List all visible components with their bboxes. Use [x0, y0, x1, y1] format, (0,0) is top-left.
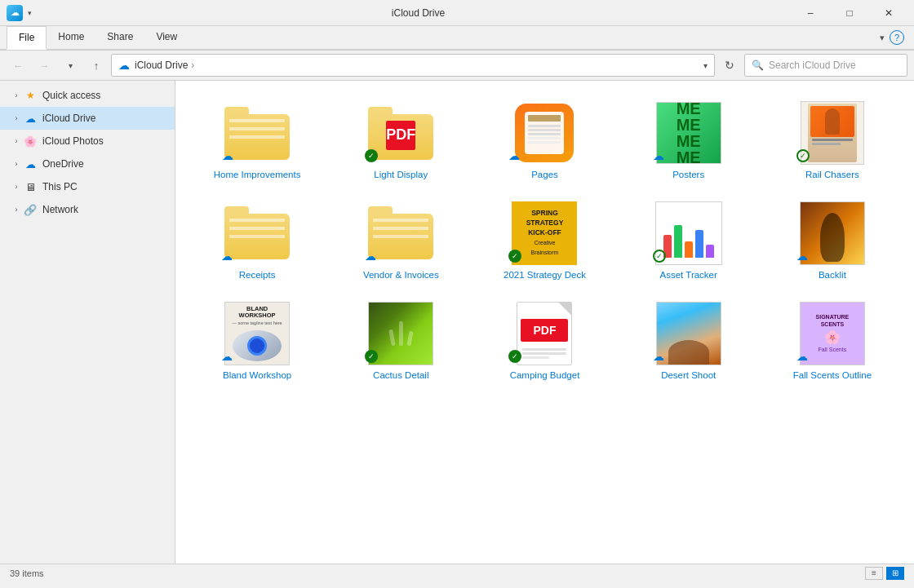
- file-grid: ☁ Home Improvements PDF: [189, 94, 901, 401]
- file-item-asset-tracker[interactable]: ✓ Asset Tracker: [620, 194, 757, 288]
- sidebar-item-icloud-drive[interactable]: › ☁ iCloud Drive: [0, 107, 175, 130]
- sidebar-label-onedrive: OneDrive: [42, 158, 84, 170]
- person-shadow: [820, 213, 845, 262]
- file-label-fall-scents: Fall Scents Outline: [793, 369, 872, 382]
- file-label-posters: Posters: [672, 169, 704, 181]
- file-item-vendor-invoices[interactable]: ☁ Vendor & Invoices: [332, 194, 469, 288]
- tab-home[interactable]: Home: [47, 26, 95, 50]
- sidebar-item-quick-access[interactable]: › ★ Quick access: [0, 84, 175, 107]
- file-thumb-receipts: ☁: [218, 201, 296, 266]
- file-thumb-strategy: SPRINGSTRATEGYKICK-OFFCreativeBrainstorm…: [505, 201, 583, 266]
- folder-line: [229, 219, 285, 222]
- poster-image: MEMEMEME: [656, 102, 721, 164]
- bland-title: BLANDWORKSHOP: [228, 306, 286, 320]
- desert-image: [656, 302, 721, 365]
- search-icon: 🔍: [752, 60, 764, 71]
- sidebar-item-this-pc[interactable]: › 🖥 This PC: [0, 175, 175, 198]
- file-item-posters[interactable]: MEMEMEME ☁ Posters: [620, 94, 757, 188]
- tab-file[interactable]: File: [7, 26, 47, 50]
- pdf-lines: [517, 345, 571, 362]
- folder-line: [373, 219, 428, 222]
- file-label-bland-workshop: Bland Workshop: [223, 369, 291, 382]
- file-thumb-posters: MEMEMEME ☁: [650, 100, 728, 166]
- grid-view-button[interactable]: ⊞: [886, 567, 904, 580]
- file-item-fall-scents[interactable]: SIGNATURESCENTS 🌸 Fall Scents ☁ Fall Sce…: [764, 294, 901, 388]
- sidebar-label-this-pc: This PC: [42, 181, 78, 192]
- file-item-strategy-deck[interactable]: SPRINGSTRATEGYKICK-OFFCreativeBrainstorm…: [476, 194, 613, 288]
- scents-cover: SIGNATURESCENTS 🌸 Fall Scents: [800, 302, 865, 365]
- file-item-desert-shoot[interactable]: ☁ Desert Shoot: [620, 294, 757, 388]
- file-item-pages[interactable]: ☁ Pages: [476, 94, 613, 188]
- check-green-cactus: ✓: [365, 350, 378, 363]
- pdf-line-2: [522, 352, 566, 355]
- breadcrumb-dropdown-icon[interactable]: ▾: [703, 61, 708, 70]
- strategy-image: SPRINGSTRATEGYKICK-OFFCreativeBrainstorm: [512, 201, 577, 265]
- pdf-red-badge: PDF: [521, 319, 568, 342]
- spine-3: [406, 331, 413, 347]
- folder-line: [229, 227, 285, 230]
- nav-dropdown-button[interactable]: ▾: [59, 54, 82, 77]
- sidebar-item-onedrive[interactable]: › ☁ OneDrive: [0, 153, 175, 175]
- expand-icon-pc: ›: [10, 180, 23, 193]
- icloud-drive-icon: ☁: [23, 111, 38, 126]
- folder-line: [229, 119, 285, 122]
- check-green-camping: ✓: [508, 350, 521, 363]
- ribbon-expand-icon[interactable]: ▾: [880, 33, 885, 43]
- sidebar-label-network: Network: [42, 204, 78, 215]
- sidebar-item-network[interactable]: › 🔗 Network: [0, 198, 175, 221]
- file-item-rail-chasers[interactable]: ✓ Rail Chasers: [764, 94, 901, 188]
- file-thumb-pages: ☁: [505, 100, 583, 166]
- search-placeholder: Search iCloud Drive: [769, 60, 856, 71]
- file-label-receipts: Receipts: [239, 269, 276, 281]
- rail-chasers-thumb: [801, 101, 864, 165]
- help-icon[interactable]: ?: [890, 30, 904, 45]
- up-button[interactable]: ↑: [85, 54, 108, 77]
- qat-dropdown-icon[interactable]: ▾: [28, 9, 32, 17]
- search-box[interactable]: 🔍 Search iCloud Drive: [744, 54, 907, 77]
- computer-icon: 🖥: [23, 179, 38, 194]
- sidebar-item-icloud-photos[interactable]: › 🌸 iCloud Photos: [0, 130, 175, 153]
- status-check-outline-asset: ✓: [653, 250, 666, 263]
- breadcrumb[interactable]: ☁ iCloud Drive › ▾: [111, 54, 715, 77]
- bar-chart: [660, 220, 717, 261]
- folder-body: [224, 114, 290, 160]
- file-item-receipts[interactable]: ☁ Receipts: [189, 194, 326, 288]
- file-label-pages: Pages: [531, 169, 558, 181]
- pdf-line-3: [522, 356, 548, 359]
- ribbon: File Home Share View ▾ ?: [0, 26, 914, 51]
- file-thumb-backlit: ☁: [793, 201, 872, 266]
- sidebar-label-quick-access: Quick access: [42, 90, 100, 101]
- breadcrumb-text: iCloud Drive: [135, 60, 188, 71]
- file-item-camping-budget[interactable]: PDF ✓ Camping Budget: [476, 294, 613, 388]
- list-view-button[interactable]: ≡: [865, 567, 883, 580]
- tab-share[interactable]: Share: [95, 26, 144, 50]
- pages-line-3: [528, 129, 561, 131]
- file-thumb-bland: BLANDWORKSHOP — some tagline text here ☁: [218, 301, 296, 366]
- status-check-green-strategy: ✓: [508, 250, 521, 263]
- file-item-cactus-detail[interactable]: ✓ Cactus Detail: [332, 294, 469, 388]
- folder-line: [373, 235, 428, 238]
- expand-icon-network: ›: [10, 203, 23, 216]
- item-count: 39 items: [10, 568, 44, 578]
- sidebar-label-icloud-drive: iCloud Drive: [42, 113, 95, 124]
- file-item-backlit[interactable]: ☁ Backlit: [764, 194, 901, 288]
- status-cloud-scents: ☁: [796, 350, 808, 363]
- maximize-button[interactable]: □: [831, 0, 868, 26]
- expand-icon: ›: [10, 89, 23, 102]
- title-bar: ☁ ▾ iCloud Drive – □ ✕: [0, 0, 914, 26]
- tab-view[interactable]: View: [144, 26, 189, 50]
- forward-button[interactable]: →: [33, 54, 55, 77]
- status-cloud-pages: ☁: [508, 149, 520, 162]
- file-thumb-vendor: ☁: [362, 201, 440, 266]
- cloud-icon-scents: ☁: [796, 350, 808, 363]
- close-button[interactable]: ✕: [870, 0, 907, 26]
- refresh-button[interactable]: ↻: [718, 54, 741, 77]
- star-icon: ★: [23, 88, 38, 103]
- bland-image: [233, 330, 282, 361]
- back-button[interactable]: ←: [7, 54, 29, 77]
- file-item-bland-workshop[interactable]: BLANDWORKSHOP — some tagline text here ☁…: [189, 294, 326, 388]
- minimize-button[interactable]: –: [792, 0, 829, 26]
- pages-line-6: [528, 141, 561, 144]
- file-item-light-display[interactable]: PDF ✓ Light Display: [332, 94, 469, 188]
- file-item-home-improvements[interactable]: ☁ Home Improvements: [189, 94, 326, 188]
